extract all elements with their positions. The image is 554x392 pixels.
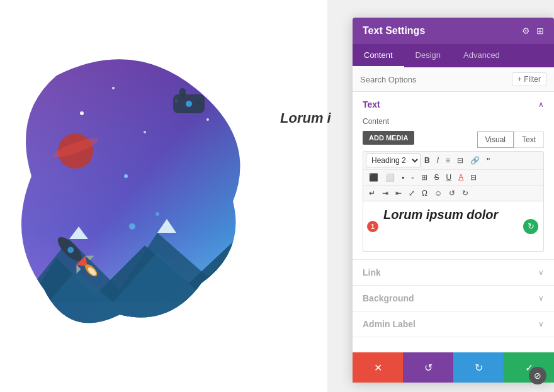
background-section-header[interactable]: Background ∨ — [353, 286, 554, 311]
admin-label-section-chevron: ∨ — [538, 320, 544, 328]
ul-btn[interactable]: ≡ — [443, 155, 453, 166]
text-section-header[interactable]: Text ∧ — [353, 92, 554, 117]
canvas-area — [0, 0, 327, 392]
editor-row-top: ADD MEDIA Visual Text — [363, 131, 544, 148]
link-section-chevron: ∨ — [538, 268, 544, 277]
background-section-title: Background — [363, 293, 414, 303]
ol-btn[interactable]: ⊟ — [454, 155, 466, 166]
svg-point-9 — [144, 131, 146, 133]
quote-btn[interactable]: " — [483, 154, 493, 167]
toolbar-row-1: Heading 2 Heading 1 Heading 3 Paragraph … — [363, 152, 543, 170]
svg-point-6 — [80, 111, 84, 115]
editor-content[interactable]: 1 Lorum ipsum dolor ↻ — [363, 201, 544, 252]
refresh-icon[interactable]: ↻ — [523, 219, 538, 234]
omega-btn[interactable]: Ω — [419, 188, 431, 199]
color-btn[interactable]: A — [455, 172, 466, 183]
toolbar-row-3: ↵ ⇥ ⇤ ⤢ Ω ☺ ↺ ↻ — [363, 186, 543, 201]
text-btn[interactable]: Text — [514, 132, 544, 148]
step-badge: 1 — [367, 221, 378, 232]
text-section-chevron: ∧ — [538, 100, 544, 109]
fullscreen-btn[interactable]: ⤢ — [405, 188, 418, 199]
view-toggle: Visual Text — [477, 132, 544, 148]
editor-toolbar: Heading 2 Heading 1 Heading 3 Paragraph … — [363, 151, 544, 201]
link-btn[interactable]: 🔗 — [467, 155, 483, 166]
search-input[interactable] — [360, 75, 512, 84]
blob-illustration — [19, 50, 271, 352]
align-center-btn[interactable]: ⬜ — [382, 172, 398, 183]
more-btn[interactable]: ⊟ — [467, 172, 480, 183]
text-section: Text ∧ Content ADD MEDIA Visual Text — [353, 92, 554, 260]
indent2-btn[interactable]: ⇤ — [392, 188, 405, 199]
table-btn[interactable]: ⊞ — [418, 172, 431, 183]
help-icon[interactable]: ⊘ — [529, 367, 546, 384]
text-section-title: Text — [363, 99, 380, 109]
admin-label-section: Admin Label ∨ — [353, 311, 554, 337]
settings-icon[interactable]: ⚙ — [522, 26, 530, 36]
canvas-text-partial: Lorum i — [280, 110, 331, 126]
toolbar-row-2: ⬛ ⬜ ▪ ▫ ⊞ S U A ⊟ — [363, 170, 543, 186]
admin-label-section-header[interactable]: Admin Label ∨ — [353, 311, 554, 337]
svg-rect-24 — [179, 88, 186, 98]
svg-point-26 — [196, 101, 201, 106]
visual-btn[interactable]: Visual — [477, 132, 514, 148]
content-area: Content ADD MEDIA Visual Text Heading 2 — [353, 117, 554, 259]
undo-tb-btn[interactable]: ↺ — [446, 188, 458, 199]
underline-btn[interactable]: U — [443, 172, 455, 183]
emoji-btn[interactable]: ☺ — [431, 188, 445, 199]
redo-tb-btn[interactable]: ↻ — [459, 188, 472, 199]
tab-advanced[interactable]: Advanced — [452, 44, 511, 67]
admin-label-section-title: Admin Label — [363, 319, 416, 329]
svg-point-22 — [155, 212, 159, 216]
expand-icon[interactable]: ⊞ — [536, 26, 544, 36]
italic-btn[interactable]: I — [434, 155, 442, 166]
svg-point-21 — [129, 223, 135, 230]
strikethrough-btn[interactable]: S — [431, 172, 443, 183]
heading-select[interactable]: Heading 2 Heading 1 Heading 3 Paragraph — [366, 154, 421, 167]
link-section: Link ∨ — [353, 260, 554, 286]
editor-text: Lorum ipsum dolor — [383, 208, 498, 221]
search-bar: + Filter — [353, 67, 554, 92]
content-label: Content — [363, 117, 544, 126]
undo-button[interactable]: ↺ — [403, 352, 453, 383]
indent-btn[interactable]: ↵ — [366, 188, 378, 199]
svg-point-25 — [186, 101, 192, 107]
add-media-button[interactable]: ADD MEDIA — [363, 131, 414, 145]
tab-content[interactable]: Content — [353, 44, 404, 67]
tab-bar: Content Design Advanced — [353, 44, 554, 67]
outdent-btn[interactable]: ⇥ — [379, 188, 392, 199]
panel-title: Text Settings — [363, 25, 425, 36]
panel-header: Text Settings ⚙ ⊞ — [353, 18, 554, 44]
align-left-btn[interactable]: ⬛ — [366, 172, 382, 183]
panel-footer: ✕ ↺ ↻ ✓ — [353, 352, 554, 383]
align-right-btn[interactable]: ▪ — [399, 172, 407, 183]
bold-btn[interactable]: B — [421, 155, 433, 166]
link-section-title: Link — [363, 267, 381, 277]
panel-header-icons: ⚙ ⊞ — [522, 26, 544, 36]
tab-design[interactable]: Design — [404, 44, 452, 67]
background-section-chevron: ∨ — [538, 294, 544, 303]
redo-button[interactable]: ↻ — [453, 352, 504, 383]
align-justify-btn[interactable]: ▫ — [408, 172, 417, 183]
svg-point-10 — [206, 118, 209, 121]
link-section-header[interactable]: Link ∨ — [353, 260, 554, 285]
svg-point-7 — [112, 87, 115, 89]
background-section: Background ∨ — [353, 286, 554, 311]
settings-panel: Text Settings ⚙ ⊞ Content Design Advance… — [353, 18, 554, 383]
cancel-button[interactable]: ✕ — [353, 352, 403, 383]
filter-button[interactable]: + Filter — [512, 72, 546, 86]
panel-body: Text ∧ Content ADD MEDIA Visual Text — [353, 92, 554, 352]
svg-point-11 — [124, 174, 128, 178]
